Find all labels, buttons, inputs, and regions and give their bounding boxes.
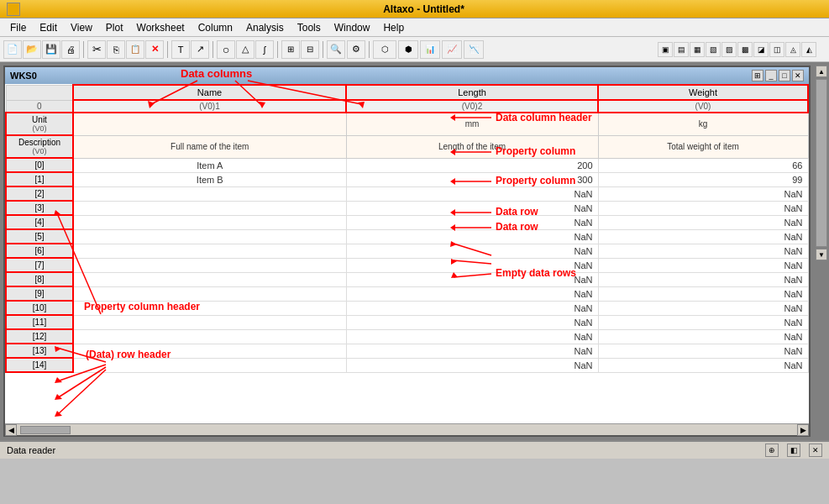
data-cell-weight[interactable]: NaN bbox=[598, 286, 808, 301]
graph-btn3[interactable]: 📊 bbox=[420, 40, 440, 59]
data-cell-length[interactable]: NaN bbox=[346, 272, 598, 286]
tb-r8[interactable]: ◫ bbox=[769, 42, 784, 57]
open-button[interactable]: 📂 bbox=[23, 40, 41, 59]
right-scroll-down[interactable]: ▼ bbox=[816, 249, 827, 260]
data-cell-name[interactable] bbox=[73, 301, 346, 315]
data-cell-name[interactable]: Item A bbox=[73, 158, 346, 172]
menu-column[interactable]: Column bbox=[192, 20, 239, 35]
desc-length-cell[interactable]: Length of the item bbox=[346, 135, 598, 158]
menu-file[interactable]: File bbox=[3, 20, 33, 35]
data-cell-length[interactable]: 300 bbox=[346, 172, 598, 186]
text-button[interactable]: T bbox=[171, 40, 190, 59]
ws-close-button[interactable]: ✕ bbox=[792, 70, 804, 81]
arrow-button[interactable]: ↗ bbox=[191, 40, 209, 59]
data-cell-name[interactable] bbox=[73, 258, 346, 272]
print-button[interactable]: 🖨 bbox=[61, 40, 80, 59]
data-cell-length[interactable]: NaN bbox=[346, 201, 598, 215]
data-cell-name[interactable] bbox=[73, 244, 346, 258]
cut-button[interactable]: ✂ bbox=[87, 40, 106, 59]
search-button[interactable]: 🔍 bbox=[327, 40, 345, 59]
right-scroll-up[interactable]: ▲ bbox=[816, 66, 827, 77]
graph-btn5[interactable]: 📉 bbox=[464, 40, 484, 59]
data-cell-length[interactable]: NaN bbox=[346, 258, 598, 272]
graph-btn2[interactable]: ⬢ bbox=[398, 40, 418, 59]
scroll-right-button[interactable]: ▶ bbox=[797, 424, 809, 436]
table-button[interactable]: ⊞ bbox=[281, 40, 300, 59]
tb-r6[interactable]: ▩ bbox=[737, 42, 753, 57]
data-cell-weight[interactable]: NaN bbox=[598, 272, 808, 286]
scroll-left-button[interactable]: ◀ bbox=[5, 424, 17, 436]
data-cell-name[interactable]: Item B bbox=[73, 172, 346, 186]
tb-r10[interactable]: ◭ bbox=[801, 42, 816, 57]
data-cell-length[interactable]: NaN bbox=[346, 286, 598, 301]
delete-button[interactable]: ✕ bbox=[145, 40, 164, 59]
menu-worksheet[interactable]: Worksheet bbox=[130, 20, 192, 35]
unit-name-cell[interactable] bbox=[73, 113, 346, 135]
data-cell-weight[interactable]: NaN bbox=[598, 201, 808, 215]
data-cell-weight[interactable]: NaN bbox=[598, 215, 808, 229]
tb-r1[interactable]: ▣ bbox=[658, 42, 673, 57]
graph-btn1[interactable]: ⬡ bbox=[373, 40, 396, 59]
data-cell-length[interactable]: NaN bbox=[346, 344, 598, 358]
settings-button[interactable]: ⚙ bbox=[347, 40, 365, 59]
graph-btn4[interactable]: 📈 bbox=[442, 40, 462, 59]
table-container[interactable]: Name Length Weight 0 (V0)1 bbox=[5, 84, 809, 423]
data-cell-length[interactable]: NaN bbox=[346, 358, 598, 372]
data-cell-weight[interactable]: NaN bbox=[598, 244, 808, 258]
save-button[interactable]: 💾 bbox=[42, 40, 60, 59]
curve-button[interactable]: ∫ bbox=[255, 40, 274, 59]
data-cell-length[interactable]: NaN bbox=[346, 301, 598, 315]
tb-r2[interactable]: ▤ bbox=[674, 42, 689, 57]
col-header-name[interactable]: Name bbox=[73, 85, 346, 100]
ws-pin-button[interactable]: ⊞ bbox=[752, 70, 763, 81]
unit-length-cell[interactable]: mm bbox=[346, 113, 598, 135]
data-cell-length[interactable]: NaN bbox=[346, 215, 598, 229]
data-cell-length[interactable]: NaN bbox=[346, 229, 598, 244]
desc-weight-cell[interactable]: Total weight of item bbox=[598, 135, 808, 158]
right-scroll-thumb[interactable] bbox=[816, 79, 827, 247]
tb-r7[interactable]: ◪ bbox=[753, 42, 769, 57]
data-cell-length[interactable]: NaN bbox=[346, 315, 598, 329]
panel-close-button[interactable]: ✕ bbox=[809, 444, 822, 457]
col-header-length[interactable]: Length bbox=[346, 85, 598, 100]
hscroll-thumb[interactable] bbox=[20, 426, 71, 434]
data-cell-name[interactable] bbox=[73, 186, 346, 201]
data-cell-name[interactable] bbox=[73, 358, 346, 372]
data-cell-weight[interactable]: NaN bbox=[598, 186, 808, 201]
tb-r5[interactable]: ▨ bbox=[721, 42, 737, 57]
menu-window[interactable]: Window bbox=[328, 20, 377, 35]
data-cell-name[interactable] bbox=[73, 229, 346, 244]
menu-help[interactable]: Help bbox=[376, 20, 411, 35]
desc-name-cell[interactable]: Full name of the item bbox=[73, 135, 346, 158]
data-cell-weight[interactable]: NaN bbox=[598, 315, 808, 329]
menu-edit[interactable]: Edit bbox=[33, 20, 64, 35]
data-cell-length[interactable]: NaN bbox=[346, 244, 598, 258]
data-cell-weight[interactable]: NaN bbox=[598, 229, 808, 244]
data-cell-weight[interactable]: 66 bbox=[598, 158, 808, 172]
menu-tools[interactable]: Tools bbox=[291, 20, 328, 35]
ws-max-button[interactable]: □ bbox=[779, 70, 790, 81]
circle-button[interactable]: ○ bbox=[217, 40, 235, 59]
tb-r9[interactable]: ◬ bbox=[785, 42, 800, 57]
paste-button[interactable]: 📋 bbox=[126, 40, 144, 59]
tb-r4[interactable]: ▧ bbox=[706, 42, 721, 57]
col-header-weight[interactable]: Weight bbox=[598, 85, 808, 100]
horizontal-scrollbar[interactable]: ◀ ▶ bbox=[5, 423, 809, 435]
data-cell-length[interactable]: NaN bbox=[346, 329, 598, 344]
triangle-button[interactable]: △ bbox=[236, 40, 254, 59]
data-cell-name[interactable] bbox=[73, 215, 346, 229]
menu-plot[interactable]: Plot bbox=[99, 20, 130, 35]
grid-button[interactable]: ⊟ bbox=[301, 40, 319, 59]
data-cell-length[interactable]: NaN bbox=[346, 186, 598, 201]
ws-min-button[interactable]: _ bbox=[765, 70, 777, 81]
data-cell-name[interactable] bbox=[73, 201, 346, 215]
panel-dock-button[interactable]: ◧ bbox=[787, 444, 800, 457]
data-cell-weight[interactable]: NaN bbox=[598, 329, 808, 344]
data-cell-weight[interactable]: NaN bbox=[598, 358, 808, 372]
data-cell-name[interactable] bbox=[73, 315, 346, 329]
data-cell-name[interactable] bbox=[73, 272, 346, 286]
menu-analysis[interactable]: Analysis bbox=[239, 20, 291, 35]
data-cell-weight[interactable]: NaN bbox=[598, 301, 808, 315]
data-cell-weight[interactable]: NaN bbox=[598, 258, 808, 272]
panel-pin-button[interactable]: ⊕ bbox=[765, 444, 779, 457]
